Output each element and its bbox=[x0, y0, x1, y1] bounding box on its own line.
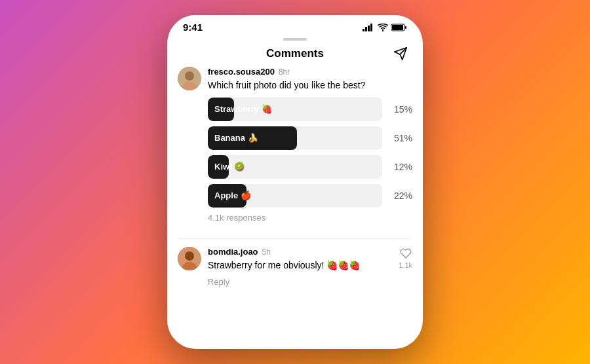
svg-rect-2 bbox=[368, 26, 370, 31]
svg-rect-3 bbox=[370, 24, 372, 31]
like-button[interactable] bbox=[399, 247, 412, 260]
poll-label-kiwi: Kiwi 🥝 bbox=[208, 155, 382, 179]
svg-rect-1 bbox=[365, 27, 367, 31]
commenter-avatar-svg bbox=[178, 247, 201, 270]
commenter-meta: bomdia.joao 5h bbox=[208, 247, 392, 257]
svg-rect-5 bbox=[392, 25, 403, 30]
post-question: Which fruit photo did you like the best? bbox=[208, 79, 412, 92]
bottom-comment: bomdia.joao 5h Strawberry for me obvious… bbox=[178, 244, 412, 287]
svg-rect-0 bbox=[363, 29, 364, 31]
poll-pct-strawberry: 15% bbox=[389, 104, 412, 115]
poll-option-strawberry[interactable]: Strawberry 🍓 15% bbox=[208, 98, 412, 121]
poll-pct-apple: 22% bbox=[389, 191, 412, 201]
battery-icon bbox=[391, 24, 407, 31]
status-icons bbox=[363, 24, 407, 31]
commenter-avatar bbox=[178, 247, 201, 270]
post-avatar bbox=[178, 67, 201, 90]
poll-pct-banana: 51% bbox=[389, 133, 412, 143]
poll-bar-apple: Apple 🍎 bbox=[208, 184, 382, 208]
poll-pct-kiwi: 12% bbox=[389, 162, 412, 172]
reply-button[interactable]: Reply bbox=[208, 277, 392, 287]
post-comment: fresco.sousa200 8hr Which fruit photo di… bbox=[178, 67, 412, 230]
post-comment-meta: fresco.sousa200 8hr bbox=[208, 67, 412, 77]
poll-option-kiwi[interactable]: Kiwi 🥝 12% bbox=[208, 155, 412, 179]
poll-option-banana[interactable]: Banana 🍌 51% bbox=[208, 126, 412, 150]
post-username: fresco.sousa200 bbox=[208, 67, 275, 77]
status-time: 9:41 bbox=[183, 22, 203, 33]
separator bbox=[178, 238, 412, 239]
commenter-text: Strawberry for me obviously! 🍓🍓🍓 bbox=[208, 259, 392, 272]
comment-actions: 1.1k bbox=[399, 247, 412, 269]
poll-label-strawberry: Strawberry 🍓 bbox=[208, 98, 382, 121]
avatar-svg bbox=[178, 67, 201, 90]
poll-label-banana: Banana 🍌 bbox=[208, 126, 382, 150]
send-button[interactable] bbox=[391, 45, 410, 63]
post-time: 8hr bbox=[279, 67, 290, 77]
like-count: 1.1k bbox=[399, 261, 412, 269]
svg-point-13 bbox=[185, 251, 194, 261]
heart-icon bbox=[400, 247, 412, 259]
poll-options: Strawberry 🍓 15% Banana 🍌 51% bbox=[208, 98, 412, 208]
poll-bar-banana: Banana 🍌 bbox=[208, 126, 382, 150]
commenter-avatar-image bbox=[178, 247, 201, 270]
signal-icon bbox=[363, 24, 374, 31]
post-comment-body: fresco.sousa200 8hr Which fruit photo di… bbox=[208, 67, 412, 230]
poll-bar-strawberry: Strawberry 🍓 bbox=[208, 98, 382, 121]
poll-option-apple[interactable]: Apple 🍎 22% bbox=[208, 184, 412, 208]
drag-handle bbox=[283, 38, 307, 41]
svg-point-10 bbox=[185, 71, 194, 81]
send-icon bbox=[393, 46, 408, 61]
comments-content: fresco.sousa200 8hr Which fruit photo di… bbox=[167, 67, 423, 349]
wifi-icon bbox=[378, 24, 388, 31]
phone-frame: 9:41 Co bbox=[167, 15, 423, 349]
poll-label-apple: Apple 🍎 bbox=[208, 184, 382, 208]
commenter-time: 5h bbox=[262, 247, 271, 257]
poll-bar-kiwi: Kiwi 🥝 bbox=[208, 155, 382, 179]
header-title: Comments bbox=[266, 47, 324, 60]
commenter-username: bomdia.joao bbox=[208, 247, 258, 257]
poll-responses: 4.1k responses bbox=[208, 213, 412, 223]
svg-rect-6 bbox=[405, 26, 406, 29]
bottom-comment-body: bomdia.joao 5h Strawberry for me obvious… bbox=[208, 247, 392, 287]
comments-header: Comments bbox=[167, 45, 423, 67]
post-avatar-image bbox=[178, 67, 201, 90]
status-bar: 9:41 bbox=[167, 15, 423, 35]
